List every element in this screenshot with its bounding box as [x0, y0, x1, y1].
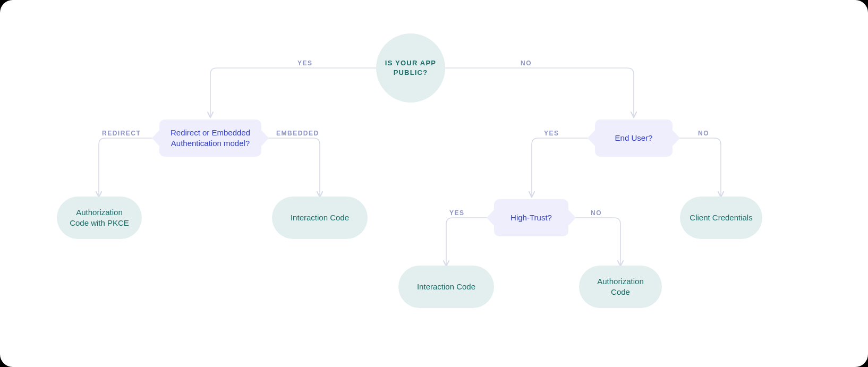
edge-label-hightrust-yes: YES	[449, 209, 465, 217]
terminal-interaction-code-left-label: Interaction Code	[291, 212, 349, 223]
edge-label-embedded: EMBEDDED	[276, 130, 319, 137]
edge-label-start-no: NO	[521, 59, 532, 67]
decision-redirect-embedded-label: Redirect or Embedded Authentication mode…	[167, 127, 254, 149]
decision-redirect-embedded: Redirect or Embedded Authentication mode…	[159, 120, 261, 157]
flowchart-canvas: IS YOUR APP PUBLIC? Redirect or Embedded…	[0, 0, 868, 367]
edge-label-redirect: REDIRECT	[102, 130, 141, 137]
decision-end-user: End User?	[595, 120, 673, 157]
terminal-authorization-code-label: Authorization Code	[589, 276, 652, 298]
terminal-auth-code-pkce-label: Authorization Code with PKCE	[66, 207, 132, 229]
edge-label-hightrust-no: NO	[591, 209, 602, 217]
edge-label-enduser-yes: YES	[544, 130, 559, 137]
decision-high-trust-label: High-Trust?	[510, 212, 552, 223]
edge-label-enduser-no: NO	[698, 130, 709, 137]
terminal-interaction-code-right: Interaction Code	[398, 266, 494, 308]
terminal-interaction-code-left: Interaction Code	[272, 197, 368, 239]
terminal-interaction-code-right-label: Interaction Code	[417, 281, 475, 292]
terminal-auth-code-pkce: Authorization Code with PKCE	[57, 197, 142, 239]
decision-end-user-label: End User?	[615, 133, 653, 143]
start-node-public-app: IS YOUR APP PUBLIC?	[376, 33, 445, 103]
decision-high-trust: High-Trust?	[494, 199, 568, 236]
terminal-client-credentials-label: Client Credentials	[690, 212, 752, 223]
terminal-authorization-code: Authorization Code	[579, 266, 662, 308]
start-node-label: IS YOUR APP PUBLIC?	[381, 58, 440, 77]
terminal-client-credentials: Client Credentials	[680, 197, 762, 239]
edge-label-start-yes: YES	[297, 59, 313, 67]
